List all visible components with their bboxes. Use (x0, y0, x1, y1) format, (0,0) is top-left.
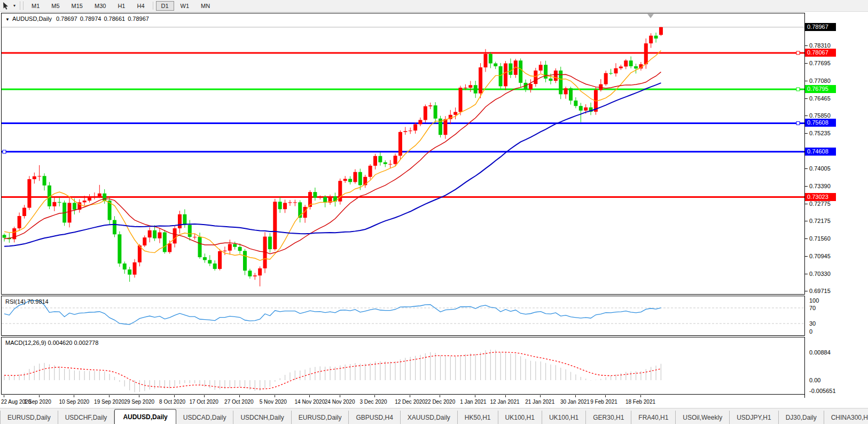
bear-candle (123, 264, 127, 269)
bull-candle (353, 172, 357, 182)
hline-handle[interactable] (3, 150, 6, 153)
chart-tab-usdcnh-daily[interactable]: USDCNH,Daily (233, 411, 291, 424)
macd-chart-canvas[interactable] (2, 337, 804, 394)
bull-candle (193, 237, 197, 237)
price-tick-label: 0.71560 (809, 235, 831, 242)
chart-title: ▼AUDUSD,Daily0.786970.789740.786610.7896… (5, 16, 152, 22)
bear-candle (509, 64, 512, 75)
price-tick-label: 0.69715 (809, 288, 831, 294)
date-tick-mark (174, 395, 175, 397)
chart-tab-usdchf-daily[interactable]: USDCHF,Daily (58, 411, 115, 424)
chart-tab-usdcad-daily[interactable]: USDCAD,Daily (176, 411, 234, 424)
bull-candle (178, 214, 182, 228)
hline-handle[interactable] (796, 51, 800, 55)
chart-tab-uk100-h1[interactable]: UK100,H1 (542, 411, 586, 424)
chart-tab-audusd-daily[interactable]: AUDUSD,Daily (114, 409, 176, 424)
bear-candle (313, 192, 317, 198)
date-label: 21 Jan 2021 (525, 399, 554, 405)
rsi-indicator-pane[interactable]: RSI(14) 70.9814 (1, 296, 805, 336)
timeframe-button-h1[interactable]: H1 (112, 1, 130, 11)
date-label: 18 Feb 2021 (625, 399, 655, 405)
hline-handle[interactable] (796, 88, 800, 91)
ohlc-close: 0.78967 (128, 16, 149, 22)
chart-tab-uk100-h1[interactable]: UK100,H1 (498, 411, 542, 424)
rsi-label: RSI(14) 70.9814 (5, 298, 49, 305)
bear-candle (348, 179, 352, 182)
bull-candle (318, 197, 322, 198)
timeframe-button-mn[interactable]: MN (196, 1, 215, 11)
timeframe-button-d1[interactable]: D1 (156, 1, 174, 11)
date-label: 12 Jan 2021 (490, 399, 520, 405)
bear-candle (519, 60, 522, 83)
bear-candle (579, 106, 583, 111)
price-tick-label: 0.74005 (809, 165, 831, 172)
macd-signal-line (4, 352, 661, 389)
date-tick-mark (605, 395, 606, 397)
date-label: 1 Jan 2021 (460, 399, 487, 405)
date-tick-mark (275, 395, 275, 397)
bear-candle (629, 60, 633, 66)
bull-candle (168, 243, 171, 252)
date-label: 17 Oct 2020 (189, 399, 218, 405)
axis-tick-mark (805, 186, 808, 187)
bull-candle (273, 202, 277, 249)
candlestick-chart-canvas[interactable] (2, 13, 804, 294)
chart-tab-bar: EURUSD,DailyUSDCHF,DailyAUDUSD,DailyUSDC… (0, 408, 868, 424)
bull-candle (27, 179, 31, 207)
timeframe-button-w1[interactable]: W1 (175, 1, 195, 11)
bull-candle (619, 66, 623, 68)
hline-handle[interactable] (796, 121, 800, 125)
hline-price-badge: 0.73023 (805, 193, 836, 201)
timeframe-button-m15[interactable]: M15 (66, 1, 88, 11)
price-tick-label: 0.78310 (809, 42, 831, 49)
bull-candle (173, 228, 177, 243)
bear-candle (43, 176, 46, 186)
bull-candle (293, 202, 297, 203)
bull-candle (37, 176, 41, 176)
bear-candle (384, 163, 387, 164)
chart-tab-eurusd-daily[interactable]: EURUSD,Daily (292, 411, 349, 424)
chart-tab-usoil-weekly[interactable]: USOil,Weekly (676, 411, 730, 424)
rsi-line (4, 300, 661, 325)
hline-price-badge: 0.76795 (805, 85, 836, 93)
bear-candle (58, 202, 61, 203)
bull-candle (68, 203, 72, 222)
timeframe-button-m1[interactable]: M1 (26, 1, 45, 11)
bull-candle (228, 244, 232, 250)
chart-tab-gbpusd-h4[interactable]: GBPUSD,H4 (349, 411, 400, 424)
main-chart-pane[interactable]: ▼AUDUSD,Daily0.786970.789740.786610.7896… (1, 13, 805, 295)
rsi-scale-label: 30 (809, 320, 816, 327)
macd-indicator-pane[interactable]: MACD(12,26,9) 0.004620 0.002778 (1, 337, 805, 395)
rsi-chart-canvas[interactable] (2, 296, 804, 335)
bull-candle (539, 65, 543, 71)
chart-tab-xauusd-daily[interactable]: XAUUSD,Daily (401, 411, 458, 424)
chart-tab-china300-h1[interactable]: CHINA300,H1 (824, 411, 868, 424)
bull-candle (283, 203, 287, 209)
chart-tab-ger30-h1[interactable]: GER30,H1 (586, 411, 631, 424)
bear-candle (499, 66, 503, 86)
bull-candle (624, 60, 628, 66)
date-tick-mark (475, 395, 475, 397)
cursor-tool-dropdown-icon[interactable]: ▾ (11, 3, 18, 8)
chart-tab-eurusd-daily[interactable]: EURUSD,Daily (0, 411, 58, 424)
bear-candle (233, 244, 237, 246)
cursor-tool-icon[interactable] (1, 1, 11, 10)
timeframe-button-m30[interactable]: M30 (89, 1, 111, 11)
timeframe-button-m5[interactable]: M5 (46, 1, 65, 11)
bear-candle (153, 230, 157, 238)
price-tick-label: 0.70330 (809, 271, 831, 277)
timeframe-button-h4[interactable]: H4 (131, 1, 150, 11)
chart-shift-marker-icon[interactable] (647, 14, 654, 18)
bull-candle (143, 237, 146, 245)
bull-candle (649, 36, 653, 43)
chart-tab-usdjpy-h1[interactable]: USDJPY,H1 (730, 411, 778, 424)
chart-tab-dj30-daily[interactable]: DJ30,Daily (779, 411, 824, 424)
chart-tab-fra40-h1[interactable]: FRA40,H1 (631, 411, 676, 424)
bull-candle (564, 88, 568, 94)
chart-tab-hk50-h1[interactable]: HK50,H1 (458, 411, 498, 424)
collapse-triangle-icon[interactable]: ▼ (5, 17, 10, 22)
date-label: 19 Sep 2020 (94, 399, 124, 405)
bull-candle (373, 156, 377, 166)
toolbar-separator (153, 2, 153, 10)
date-label: 8 Oct 2020 (159, 399, 185, 405)
